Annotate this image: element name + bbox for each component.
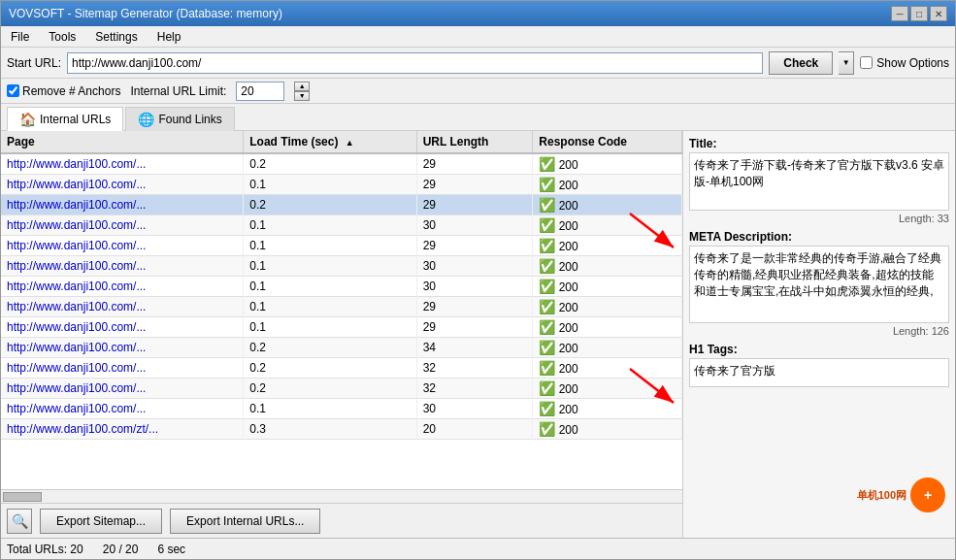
- cell-length: 30: [416, 256, 533, 277]
- table-row[interactable]: http://www.danji100.com/... 0.2 32 ✅ 200: [1, 379, 682, 399]
- url-table-container[interactable]: Page Load Time (sec) ▲ URL Length Respon…: [1, 131, 682, 489]
- title-length: Length: 33: [689, 213, 949, 224]
- sort-arrow: ▲: [346, 138, 354, 148]
- meta-content: 传奇来了是一款非常经典的传奇手游,融合了经典传奇的精髓,经典职业搭配经典装备,超…: [689, 246, 949, 323]
- start-url-label: Start URL:: [7, 56, 61, 70]
- tab-internal-urls[interactable]: 🏠 Internal URLs: [7, 107, 123, 131]
- cell-length: 30: [416, 399, 533, 419]
- cell-length: 29: [416, 153, 533, 175]
- show-options-label: Show Options: [876, 56, 949, 70]
- status-icon: ✅: [539, 360, 555, 376]
- menu-settings[interactable]: Settings: [89, 28, 143, 46]
- check-dropdown-arrow[interactable]: ▼: [839, 51, 854, 75]
- meta-length: Length: 126: [689, 325, 949, 337]
- col-code[interactable]: Response Code: [533, 131, 682, 153]
- status-icon: ✅: [539, 319, 555, 335]
- h1-section: H1 Tags: 传奇来了官方版: [689, 343, 949, 387]
- status-icon: ✅: [539, 258, 555, 274]
- table-row[interactable]: http://www.danji100.com/... 0.1 30 ✅ 200: [1, 256, 682, 277]
- menu-help[interactable]: Help: [151, 28, 187, 46]
- cell-page: http://www.danji100.com/...: [1, 358, 244, 379]
- cell-load: 0.2: [244, 358, 416, 379]
- table-row[interactable]: http://www.danji100.com/... 0.1 29 ✅ 200: [1, 175, 682, 195]
- tab-found-label: Found Links: [158, 113, 221, 126]
- url-limit-label: Internal URL Limit:: [130, 84, 226, 98]
- status-icon: ✅: [539, 380, 555, 396]
- cell-page: http://www.danji100.com/...: [1, 277, 244, 297]
- export-sitemap-button[interactable]: Export Sitemap...: [40, 509, 162, 534]
- cell-length: 29: [416, 236, 533, 256]
- options-bar: Remove # Anchors Internal URL Limit: ▲ ▼: [1, 79, 955, 104]
- horizontal-scrollbar[interactable]: [1, 489, 682, 503]
- status-bar: Total URLs: 20 20 / 20 6 sec: [1, 538, 955, 559]
- menu-tools[interactable]: Tools: [43, 28, 82, 46]
- check-button[interactable]: Check: [769, 51, 833, 75]
- cell-load: 0.2: [244, 195, 416, 215]
- cell-code: ✅ 200: [533, 236, 682, 256]
- cell-length: 34: [416, 338, 533, 358]
- cell-length: 29: [416, 297, 533, 317]
- cell-length: 30: [416, 215, 533, 236]
- title-label: Title:: [689, 137, 949, 150]
- search-button[interactable]: 🔍: [7, 509, 32, 534]
- minimize-button[interactable]: ─: [891, 6, 908, 21]
- cell-length: 29: [416, 317, 533, 338]
- maximize-button[interactable]: □: [910, 6, 928, 21]
- col-load[interactable]: Load Time (sec) ▲: [244, 131, 416, 153]
- tab-found-links[interactable]: 🌐 Found Links: [125, 107, 234, 131]
- table-row[interactable]: http://www.danji100.com/... 0.2 34 ✅ 200: [1, 338, 682, 358]
- table-row[interactable]: http://www.danji100.com/... 0.1 30 ✅ 200: [1, 277, 682, 297]
- remove-anchors-checkbox[interactable]: [7, 84, 19, 97]
- cell-length: 20: [416, 419, 533, 440]
- table-row[interactable]: http://www.danji100.com/... 0.1 30 ✅ 200: [1, 399, 682, 419]
- cell-load: 0.1: [244, 236, 416, 256]
- url-limit-spinner[interactable]: ▲ ▼: [294, 82, 310, 101]
- cell-page: http://www.danji100.com/...: [1, 338, 244, 358]
- cell-code: ✅ 200: [533, 419, 682, 440]
- spin-down[interactable]: ▼: [294, 91, 310, 101]
- window-controls: ─ □ ✕: [891, 6, 947, 21]
- h1-label: H1 Tags:: [689, 343, 949, 356]
- internal-urls-icon: 🏠: [19, 112, 36, 127]
- cell-code: ✅ 200: [533, 153, 682, 175]
- cell-load: 0.1: [244, 277, 416, 297]
- cell-load: 0.1: [244, 297, 416, 317]
- table-row[interactable]: http://www.danji100.com/... 0.2 29 ✅ 200: [1, 153, 682, 175]
- title-section: Title: 传奇来了手游下载-传奇来了官方版下载v3.6 安卓版-单机100网…: [689, 137, 949, 224]
- cell-code: ✅ 200: [533, 338, 682, 358]
- cell-load: 0.2: [244, 338, 416, 358]
- h1-content: 传奇来了官方版: [689, 358, 949, 387]
- table-row[interactable]: http://www.danji100.com/zt/... 0.3 20 ✅ …: [1, 419, 682, 440]
- remove-anchors-label[interactable]: Remove # Anchors: [7, 84, 120, 98]
- cell-code: ✅ 200: [533, 215, 682, 236]
- cell-load: 0.2: [244, 379, 416, 399]
- col-page[interactable]: Page: [1, 131, 244, 153]
- table-row[interactable]: http://www.danji100.com/... 0.1 30 ✅ 200: [1, 215, 682, 236]
- table-row[interactable]: http://www.danji100.com/... 0.1 29 ✅ 200: [1, 236, 682, 256]
- url-input[interactable]: [67, 52, 763, 74]
- url-table: Page Load Time (sec) ▲ URL Length Respon…: [1, 131, 682, 440]
- total-urls: Total URLs: 20: [7, 543, 83, 556]
- cell-page: http://www.danji100.com/...: [1, 153, 244, 175]
- cell-page: http://www.danji100.com/...: [1, 399, 244, 419]
- close-button[interactable]: ✕: [930, 6, 947, 21]
- cell-load: 0.3: [244, 419, 416, 440]
- table-row[interactable]: http://www.danji100.com/... 0.1 29 ✅ 200: [1, 317, 682, 338]
- show-options-checkbox[interactable]: [860, 56, 873, 69]
- show-options-container: Show Options: [860, 56, 949, 70]
- cell-length: 29: [416, 195, 533, 215]
- scrollbar-thumb-h[interactable]: [3, 492, 42, 502]
- table-row[interactable]: http://www.danji100.com/... 0.2 29 ✅ 200: [1, 195, 682, 215]
- cell-length: 30: [416, 277, 533, 297]
- cell-code: ✅ 200: [533, 358, 682, 379]
- cell-load: 0.1: [244, 175, 416, 195]
- table-row[interactable]: http://www.danji100.com/... 0.2 32 ✅ 200: [1, 358, 682, 379]
- url-limit-input[interactable]: [236, 82, 284, 101]
- menu-file[interactable]: File: [5, 28, 35, 46]
- status-icon: ✅: [539, 421, 555, 437]
- col-length[interactable]: URL Length: [416, 131, 533, 153]
- cell-load: 0.1: [244, 215, 416, 236]
- spin-up[interactable]: ▲: [294, 82, 310, 91]
- export-urls-button[interactable]: Export Internal URLs...: [170, 509, 320, 534]
- table-row[interactable]: http://www.danji100.com/... 0.1 29 ✅ 200: [1, 297, 682, 317]
